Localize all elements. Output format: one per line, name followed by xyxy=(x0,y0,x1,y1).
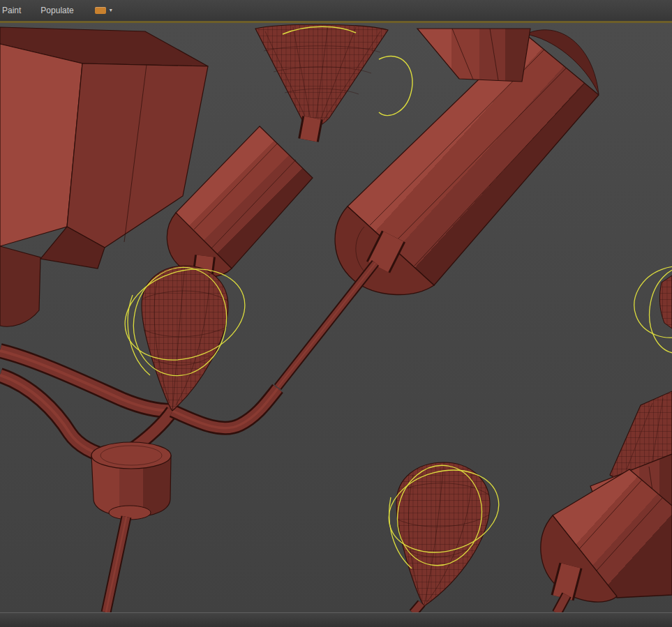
ribbon-tab-bar: Paint Populate ▾ xyxy=(0,0,672,21)
3dsmax-window: Paint Populate ▾ xyxy=(0,0,672,627)
piston-collar xyxy=(109,506,151,520)
cone-neck xyxy=(308,118,313,140)
tab-populate[interactable]: Populate xyxy=(31,0,83,21)
tab-object-paint[interactable]: Paint xyxy=(0,0,31,21)
viewport-canvas[interactable] xyxy=(0,23,672,612)
chevron-down-icon: ▾ xyxy=(110,8,112,13)
limb-stub xyxy=(562,566,571,598)
3d-viewport[interactable] xyxy=(0,23,672,612)
piston-top-cap xyxy=(91,442,171,469)
ribbon-config-dropdown[interactable]: ▾ xyxy=(92,6,115,15)
status-track-bar[interactable] xyxy=(0,612,672,627)
box-lower-cylinder xyxy=(0,246,40,326)
cylinder-stub xyxy=(378,236,394,267)
ribbon-state-icon xyxy=(95,7,106,14)
